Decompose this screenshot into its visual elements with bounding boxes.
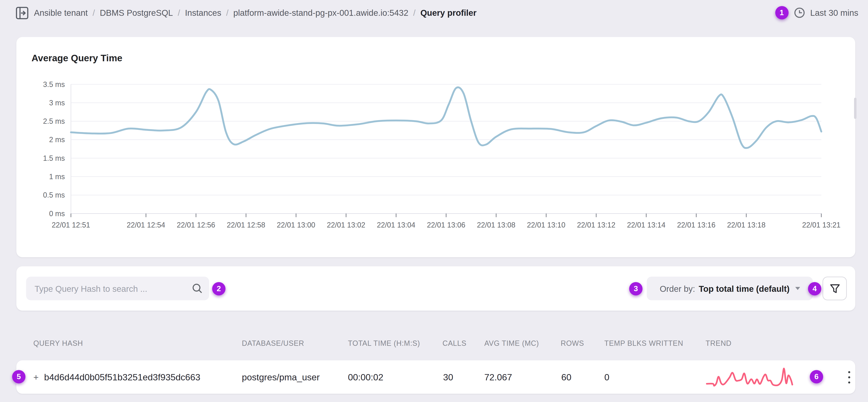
order-by-dropdown[interactable]: Order by: Top total time (default) [647,277,813,300]
svg-text:1 ms: 1 ms [49,172,65,181]
average-query-time-card: Average Query Time 0 ms0.5 ms1 ms1.5 ms2… [17,37,855,257]
step-badge-2: 2 [212,282,225,295]
query-table-row[interactable]: +b4d6d44d0b05f51b3251ed3f935dc663 postgr… [17,360,855,394]
svg-text:22/01 13:18: 22/01 13:18 [727,221,766,229]
breadcrumb: Ansible tenant / DBMS PostgreSQL / Insta… [15,0,476,26]
column-header-trend: TREND [706,339,732,348]
column-header-avg-time: AVG TIME (MC) [484,339,539,348]
breadcrumb-separator: / [178,8,180,18]
svg-text:3 ms: 3 ms [49,99,65,107]
step-badge-4: 4 [808,282,821,295]
breadcrumb-current-query-profiler: Query profiler [421,8,477,18]
rows-cell: 60 [561,360,571,394]
order-by-value: Top total time (default) [699,284,789,293]
row-expander[interactable]: + [33,372,39,382]
scrollbar-thumb[interactable] [854,98,856,119]
svg-text:22/01 13:14: 22/01 13:14 [627,221,665,229]
svg-text:2.5 ms: 2.5 ms [43,117,65,125]
query-hash-search [26,277,209,300]
svg-text:22/01 12:54: 22/01 12:54 [127,221,165,229]
breadcrumb-separator: / [93,8,95,18]
query-profiler-page: Ansible tenant / DBMS PostgreSQL / Insta… [0,0,868,402]
step-badge-1: 1 [775,6,788,20]
column-header-calls: CALLS [442,339,467,348]
filter-funnel-icon [830,284,840,293]
total-time-cell: 00:00:02 [348,360,383,394]
kebab-menu-icon [848,370,850,384]
svg-text:22/01 12:56: 22/01 12:56 [177,221,215,229]
svg-text:3.5 ms: 3.5 ms [43,80,65,89]
svg-text:22/01 12:51: 22/01 12:51 [52,221,90,229]
step-badge-3: 3 [629,282,643,295]
svg-text:22/01 13:12: 22/01 13:12 [577,221,615,229]
breadcrumb-separator: / [226,8,228,18]
svg-text:22/01 13:16: 22/01 13:16 [677,221,715,229]
column-header-database-user: DATABASE/USER [242,339,304,348]
svg-text:22/01 12:58: 22/01 12:58 [227,221,265,229]
breadcrumb-separator: / [413,8,415,18]
svg-text:0 ms: 0 ms [49,209,65,218]
temp-blks-cell: 0 [604,360,609,394]
search-input[interactable] [26,277,209,300]
row-menu-button[interactable] [842,368,857,386]
column-header-rows: ROWS [561,339,584,348]
svg-text:22/01 13:02: 22/01 13:02 [327,221,365,229]
svg-text:0.5 ms: 0.5 ms [43,191,65,199]
svg-text:22/01 13:21: 22/01 13:21 [802,221,840,229]
breadcrumb-item-instance-host[interactable]: platform-awide-stand-pg-px-001.awide.io:… [234,8,408,18]
column-header-query-hash: QUERY HASH [33,339,83,348]
sidebar-expand-icon[interactable] [15,6,29,20]
filter-button[interactable] [823,277,847,300]
average-query-time-chart: 0 ms0.5 ms1 ms1.5 ms2 ms2.5 ms3 ms3.5 ms… [17,55,855,243]
svg-text:2 ms: 2 ms [49,136,65,144]
column-header-temp-blks: TEMP BLKS WRITTEN [604,339,683,348]
svg-text:22/01 13:08: 22/01 13:08 [477,221,516,229]
clock-icon [794,7,805,18]
svg-text:22/01 13:04: 22/01 13:04 [377,221,415,229]
database-user-cell: postgres/pma_user [242,360,320,394]
calls-cell: 30 [443,360,453,394]
svg-text:1.5 ms: 1.5 ms [43,154,65,162]
svg-text:22/01 13:06: 22/01 13:06 [427,221,465,229]
time-range-label: Last 30 mins [810,8,858,18]
trend-sparkline [705,365,796,390]
query-hash-cell: +b4d6d44d0b05f51b3251ed3f935dc663 [33,360,200,394]
time-range-control[interactable]: 1 Last 30 mins [775,0,858,26]
order-by-label: Order by: [660,284,695,293]
step-badge-5: 5 [12,370,26,383]
breadcrumb-item-tenant[interactable]: Ansible tenant [34,8,88,18]
breadcrumb-item-instances[interactable]: Instances [185,8,221,18]
query-table-header: QUERY HASH DATABASE/USER TOTAL TIME (H:M… [17,339,855,349]
step-badge-6: 6 [810,370,823,383]
breadcrumb-item-dbms[interactable]: DBMS PostgreSQL [100,8,173,18]
svg-text:22/01 13:00: 22/01 13:00 [277,221,315,229]
chevron-down-icon [795,287,800,290]
query-filter-toolbar: Order by: Top total time (default) [17,266,855,311]
svg-text:22/01 13:10: 22/01 13:10 [527,221,565,229]
column-header-total-time: TOTAL TIME (H:M:S) [348,339,420,348]
avg-time-cell: 72.067 [484,360,512,394]
query-hash-value: b4d6d44d0b05f51b3251ed3f935dc663 [44,372,200,382]
search-icon [192,283,203,294]
